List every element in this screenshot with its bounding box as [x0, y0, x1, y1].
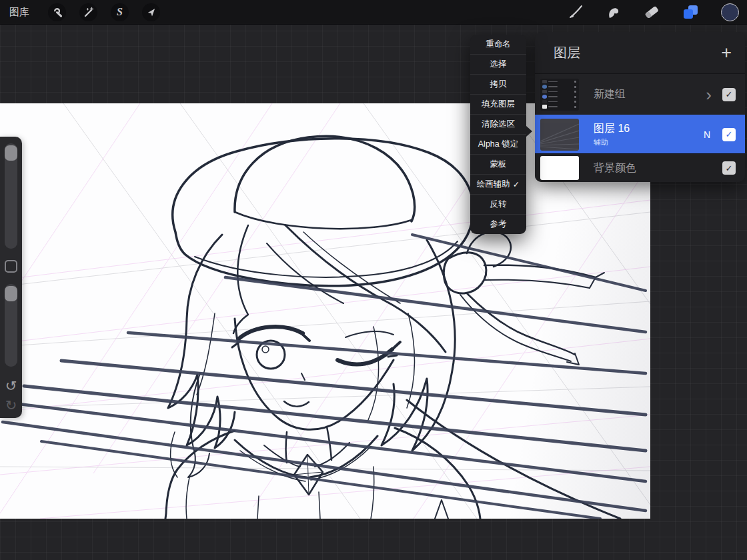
toolbar-left-group: 图库 S: [0, 3, 160, 21]
check-icon: ✓: [726, 89, 733, 99]
menu-item-reference[interactable]: 参考: [470, 214, 526, 234]
transform-arrow-icon: [146, 7, 156, 17]
eraser-icon[interactable]: [644, 4, 660, 20]
brush-size-slider[interactable]: [5, 143, 17, 249]
menu-item-invert[interactable]: 反转: [470, 194, 526, 214]
modify-button[interactable]: [5, 260, 17, 273]
opacity-slider[interactable]: [5, 284, 17, 367]
transform-button[interactable]: [142, 3, 160, 21]
layer-row-selected[interactable]: 图层 16 辅助 N ✓: [535, 115, 745, 153]
layers-panel-header: 图层 +: [535, 32, 745, 73]
opacity-handle[interactable]: [5, 286, 17, 301]
top-toolbar: 图库 S: [0, 0, 747, 25]
brush-icon[interactable]: [568, 4, 584, 20]
layer-visibility-checkbox[interactable]: ✓: [722, 128, 736, 141]
layers-panel-title: 图层: [554, 44, 580, 62]
undo-icon: ↺: [5, 378, 17, 393]
group-visibility-checkbox[interactable]: ✓: [722, 88, 736, 101]
layers-panel: 图层 + 新建组 › ✓: [535, 32, 745, 182]
magic-wand-icon: [83, 7, 94, 17]
menu-item-select[interactable]: 选择: [470, 54, 526, 74]
background-name: 背景颜色: [594, 161, 722, 175]
toolbar-right-group: [568, 3, 747, 21]
selection-s-icon: S: [117, 7, 123, 17]
layer-row-group[interactable]: 新建组 › ✓: [535, 73, 745, 115]
group-thumbnail: [540, 79, 579, 111]
menu-item-alpha-lock[interactable]: Alpha 锁定: [470, 134, 526, 154]
layer-row-background[interactable]: 背景颜色 ✓: [535, 153, 745, 182]
wrench-icon: [52, 7, 63, 17]
redo-icon: ↻: [5, 397, 17, 413]
actions-button[interactable]: [48, 3, 66, 21]
layer-thumbnail: [540, 119, 579, 151]
blend-mode-badge[interactable]: N: [704, 129, 710, 140]
menu-item-drawing-assist[interactable]: 绘画辅助 ✓: [470, 174, 526, 194]
check-icon: ✓: [726, 129, 733, 139]
redo-button[interactable]: ↻: [5, 398, 17, 412]
background-visibility-checkbox[interactable]: ✓: [722, 161, 736, 175]
background-thumbnail: [540, 156, 579, 180]
check-icon: ✓: [513, 179, 520, 189]
procreate-app: 图库 S: [0, 0, 747, 560]
check-icon: ✓: [726, 163, 733, 173]
menu-item-mask[interactable]: 蒙板: [470, 154, 526, 174]
menu-item-fill-layer[interactable]: 填充图层: [470, 94, 526, 114]
layer-name: 图层 16: [594, 122, 704, 136]
layers-icon[interactable]: [682, 4, 699, 20]
group-name: 新建组: [594, 87, 706, 101]
menu-pointer: [526, 126, 532, 137]
selection-button[interactable]: S: [111, 3, 129, 21]
adjustments-button[interactable]: [79, 3, 97, 21]
menu-item-rename[interactable]: 重命名: [470, 35, 526, 54]
character-lineart: [165, 136, 620, 519]
layer-assist-tag: 辅助: [594, 137, 704, 147]
add-layer-button[interactable]: +: [721, 44, 732, 62]
side-controls: ↺ ↻: [0, 137, 22, 418]
layer-context-menu: 重命名 选择 拷贝 填充图层 清除选区 Alpha 锁定 蒙板 绘画辅助 ✓ 反…: [470, 35, 526, 234]
brush-size-handle[interactable]: [5, 145, 17, 161]
gallery-button[interactable]: 图库: [9, 6, 29, 19]
menu-item-clear[interactable]: 清除选区: [470, 114, 526, 134]
undo-button[interactable]: ↺: [5, 379, 17, 393]
menu-item-copy[interactable]: 拷贝: [470, 74, 526, 94]
color-button[interactable]: [721, 3, 739, 21]
smudge-icon[interactable]: [606, 4, 622, 20]
chevron-right-icon[interactable]: ›: [706, 86, 712, 103]
